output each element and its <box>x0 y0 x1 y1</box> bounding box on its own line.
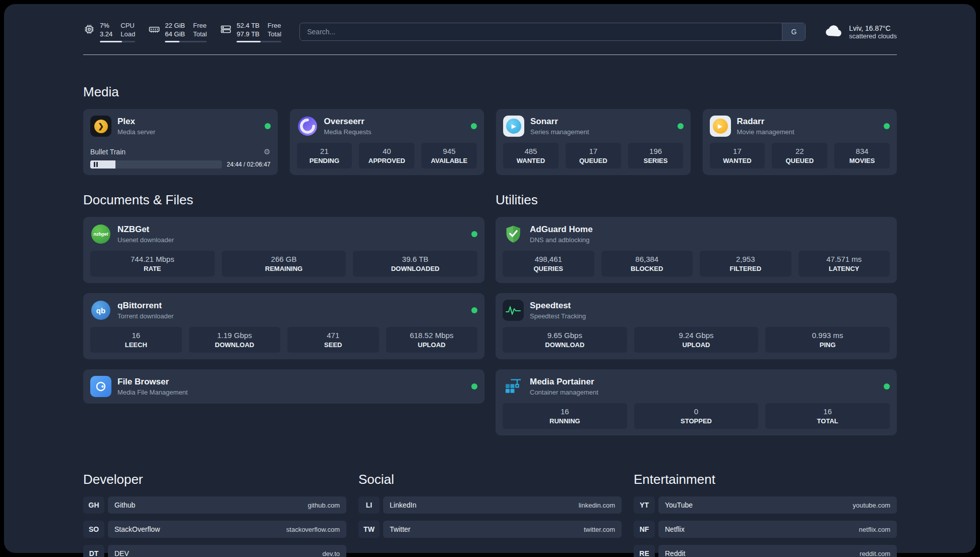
playback-time: 24:44 / 02:06:47 <box>227 161 271 168</box>
cpu-load-value: 3.24 <box>100 30 112 38</box>
player-settings-icon[interactable]: ⚙ <box>264 147 270 156</box>
stat-rate: 744.21 Mbps RATE <box>90 251 215 276</box>
stat-running: 16 RUNNING <box>503 403 627 429</box>
topbar-divider <box>83 54 897 55</box>
weather-location: Lviv, 16.87°C <box>849 24 897 32</box>
card-sonarr[interactable]: ▶ Sonarr Series management 485 WANTED 17 <box>496 109 691 175</box>
stat-latency: 47.571 ms LATENCY <box>799 251 890 276</box>
stat-filtered: 2,953 FILTERED <box>700 251 791 276</box>
adguard-name: AdGuard Home <box>530 225 890 235</box>
sonarr-subtitle: Series management <box>530 128 671 136</box>
search-input[interactable] <box>300 23 782 40</box>
bookmark-stackoverflow[interactable]: SO StackOverflow stackoverflow.com <box>83 521 346 538</box>
section-title-developer: Developer <box>83 472 346 487</box>
pause-icon[interactable] <box>94 162 98 167</box>
stat-wanted: 17 WANTED <box>710 143 765 169</box>
stat-leech: 16 LEECH <box>90 327 182 353</box>
bookmark-url: stackoverflow.com <box>286 526 340 533</box>
search-engine-button[interactable]: G <box>782 23 805 40</box>
card-radarr[interactable]: ▶ Radarr Movie management 17 WANTED 22 <box>703 109 897 175</box>
bookmark-abbr: SO <box>83 521 104 538</box>
radarr-icon: ▶ <box>710 116 731 137</box>
bookmark-abbr: LI <box>358 496 380 514</box>
bookmark-netflix[interactable]: NF Netflix netflix.com <box>634 521 897 538</box>
disk-free-value: 52.4 TB <box>236 21 259 30</box>
card-plex[interactable]: ❯ Plex Media server Bullet Train ⚙ <box>83 109 278 175</box>
stat-queued: 22 QUEUED <box>772 143 827 169</box>
bookmark-linkedin[interactable]: LI LinkedIn linkedin.com <box>358 496 622 514</box>
overseerr-name: Overseerr <box>324 117 465 127</box>
bookmark-twitter[interactable]: TW Twitter twitter.com <box>358 521 622 538</box>
stat-download: 1.19 Gbps DOWNLOAD <box>189 327 281 353</box>
ram-progress-bar <box>165 41 207 42</box>
bookmark-name: Twitter <box>390 525 410 533</box>
stat-downloaded: 39.6 TB DOWNLOADED <box>353 251 477 276</box>
card-filebrowser[interactable]: File Browser Media File Management <box>83 369 484 404</box>
bookmark-url: github.com <box>308 502 340 509</box>
nzbget-status-dot <box>471 231 477 237</box>
stat-stopped: 0 STOPPED <box>634 403 759 429</box>
disk-progress-bar <box>236 41 281 42</box>
stat-download: 9.65 Gbps DOWNLOAD <box>503 327 627 353</box>
qbittorrent-subtitle: Torrent downloader <box>117 312 465 320</box>
stat-remaining: 266 GB REMAINING <box>222 251 346 276</box>
bookmark-url: dev.to <box>323 550 340 557</box>
plex-status-dot <box>265 123 271 129</box>
ram-free-value: 22 GiB <box>165 21 185 30</box>
ram-free-label: Free <box>193 21 207 30</box>
playback-progress-bar[interactable] <box>90 160 222 169</box>
radarr-subtitle: Movie management <box>737 128 878 136</box>
cpu-load-label: Load <box>120 30 135 38</box>
bookmark-abbr: YT <box>634 496 655 514</box>
weather-condition: scattered clouds <box>849 32 897 40</box>
cpu-widget: 7% 3.24 CPU Load <box>83 21 135 42</box>
search-bar: G <box>299 23 806 41</box>
bookmark-github[interactable]: GH Github github.com <box>83 496 346 514</box>
bookmark-url: reddit.com <box>860 550 890 557</box>
card-overseerr[interactable]: Overseerr Media Requests 21 PENDING 40 A… <box>290 109 484 175</box>
bookmark-reddit[interactable]: RE Reddit reddit.com <box>634 545 897 557</box>
nzbget-icon: nzbget <box>90 224 111 245</box>
stat-pending: 21 PENDING <box>297 143 352 169</box>
speedtest-subtitle: Speedtest Tracking <box>530 312 890 320</box>
bookmark-abbr: RE <box>634 545 655 557</box>
speedtest-name: Speedtest <box>530 301 890 311</box>
card-speedtest[interactable]: Speedtest Speedtest Tracking 9.65 Gbps D… <box>496 293 897 359</box>
stat-total: 16 TOTAL <box>765 403 890 429</box>
speedtest-icon <box>503 300 524 321</box>
bookmark-url: twitter.com <box>584 526 615 533</box>
card-portainer[interactable]: Media Portainer Container management 16 … <box>496 369 897 435</box>
qbittorrent-icon: qb <box>90 300 111 321</box>
sonarr-name: Sonarr <box>530 117 671 127</box>
section-utilities: Utilities AdGuard Home <box>496 192 897 435</box>
stat-upload: 9.24 Gbps UPLOAD <box>634 327 759 353</box>
section-media: Media ❯ Plex Media server Bullet Train <box>83 84 897 175</box>
card-qbittorrent[interactable]: qb qBittorrent Torrent downloader 16 LEE… <box>83 293 484 359</box>
dashboard: 7% 3.24 CPU Load <box>4 4 976 553</box>
bookmark-youtube[interactable]: YT YouTube youtube.com <box>634 496 897 514</box>
section-title-social: Social <box>358 472 622 487</box>
disk-total-value: 97.9 TB <box>236 30 259 38</box>
card-adguard[interactable]: AdGuard Home DNS and adblocking 498,461 … <box>496 217 897 283</box>
section-title-documents: Documents & Files <box>83 192 484 208</box>
now-playing-title: Bullet Train <box>90 148 126 156</box>
stat-series: 196 SERIES <box>628 143 684 169</box>
bookmark-dev[interactable]: DT DEV dev.to <box>83 545 346 557</box>
weather-widget: Lviv, 16.87°C scattered clouds <box>824 23 897 40</box>
plex-icon: ❯ <box>90 116 111 137</box>
bookmark-url: netflix.com <box>859 526 890 533</box>
stat-upload: 618.52 Mbps UPLOAD <box>386 327 478 353</box>
bookmark-name: Netflix <box>665 525 685 533</box>
cpu-percent: 7% <box>100 21 112 30</box>
section-developer: Developer GH Github github.com SO StackO… <box>83 472 346 557</box>
disk-total-label: Total <box>268 30 281 38</box>
qbittorrent-name: qBittorrent <box>117 301 465 311</box>
card-nzbget[interactable]: nzbget NZBGet Usenet downloader 744.21 M… <box>83 217 484 283</box>
overseerr-icon <box>297 116 318 137</box>
portainer-icon <box>503 376 524 397</box>
adguard-icon <box>503 224 524 245</box>
stat-blocked: 86,384 BLOCKED <box>601 251 693 276</box>
ram-icon <box>148 23 160 37</box>
nzbget-name: NZBGet <box>117 225 465 235</box>
bookmark-abbr: DT <box>83 545 104 557</box>
